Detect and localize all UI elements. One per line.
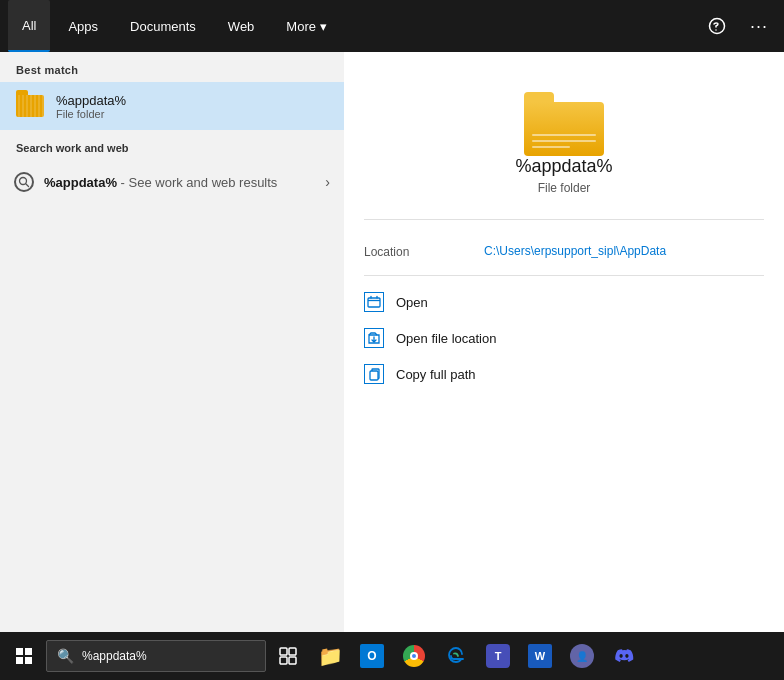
- action-open[interactable]: Open: [364, 284, 764, 320]
- svg-rect-13: [289, 657, 296, 664]
- action-copy-full-path-label: Copy full path: [396, 367, 476, 382]
- file-explorer-button[interactable]: 📁: [310, 636, 350, 676]
- app-name: %appdata%: [515, 156, 612, 177]
- best-match-item[interactable]: %appdata% File folder: [0, 82, 344, 130]
- edge-button[interactable]: [436, 636, 476, 676]
- open-icon: [364, 292, 384, 312]
- action-open-file-location-label: Open file location: [396, 331, 496, 346]
- taskbar-search-text: %appdata%: [82, 649, 147, 663]
- location-label: Location: [364, 244, 464, 259]
- tab-more[interactable]: More ▾: [272, 0, 341, 52]
- copy-icon: [364, 364, 384, 384]
- tab-web-label: Web: [228, 19, 255, 34]
- app-icon-large: [524, 92, 604, 156]
- tab-apps-label: Apps: [68, 19, 98, 34]
- content-area: Best match %appdata% File folder Search …: [0, 52, 784, 632]
- best-match-label: Best match: [0, 52, 344, 82]
- feedback-button[interactable]: [700, 13, 734, 39]
- task-view-button[interactable]: [268, 636, 308, 676]
- svg-rect-8: [16, 657, 23, 664]
- outlook-button[interactable]: O: [352, 636, 392, 676]
- svg-rect-12: [280, 657, 287, 664]
- best-match-title: %appdata%: [56, 93, 330, 108]
- action-open-label: Open: [396, 295, 428, 310]
- folder-icon-small: [14, 90, 46, 122]
- action-divider-1: [364, 275, 764, 276]
- avatar-icon: 👤: [570, 644, 594, 668]
- start-button[interactable]: [4, 636, 44, 676]
- discord-button[interactable]: [604, 636, 644, 676]
- search-web-query: %appdata% - See work and web results: [44, 175, 277, 190]
- search-web-text-container: %appdata% - See work and web results: [44, 173, 315, 191]
- chrome-icon: [403, 645, 425, 667]
- nav-right-icons: ···: [700, 12, 776, 41]
- svg-rect-9: [25, 657, 32, 664]
- word-icon: W: [528, 644, 552, 668]
- svg-rect-4: [368, 298, 380, 307]
- tab-all[interactable]: All: [8, 0, 50, 52]
- svg-rect-6: [16, 648, 23, 655]
- svg-rect-7: [25, 648, 32, 655]
- search-work-web-label: Search work and web: [16, 142, 328, 154]
- teams-icon: T: [486, 644, 510, 668]
- svg-line-3: [26, 184, 29, 187]
- search-web-item[interactable]: %appdata% - See work and web results ›: [0, 164, 344, 200]
- taskbar: 🔍 %appdata% 📁 O T W: [0, 632, 784, 680]
- app-type: File folder: [538, 181, 591, 195]
- best-match-subtitle: File folder: [56, 108, 330, 120]
- taskbar-search-box[interactable]: 🔍 %appdata%: [46, 640, 266, 672]
- location-row: Location C:\Users\erpsupport_sipl\AppDat…: [364, 236, 764, 267]
- open-file-location-icon: [364, 328, 384, 348]
- left-panel: Best match %appdata% File folder Search …: [0, 52, 344, 632]
- best-match-text: %appdata% File folder: [56, 93, 330, 120]
- action-open-file-location[interactable]: Open file location: [364, 320, 764, 356]
- action-copy-full-path[interactable]: Copy full path: [364, 356, 764, 392]
- nav-bar: All Apps Documents Web More ▾ ···: [0, 0, 784, 52]
- right-panel: %appdata% File folder Location C:\Users\…: [344, 52, 784, 632]
- search-work-web-section: Search work and web: [0, 130, 344, 164]
- teams-button[interactable]: T: [478, 636, 518, 676]
- chrome-button[interactable]: [394, 636, 434, 676]
- search-circle-icon: [14, 172, 34, 192]
- user-avatar-button[interactable]: 👤: [562, 636, 602, 676]
- svg-rect-11: [289, 648, 296, 655]
- outlook-icon: O: [360, 644, 384, 668]
- more-options-button[interactable]: ···: [742, 12, 776, 41]
- tab-web[interactable]: Web: [214, 0, 269, 52]
- folder-icon: 📁: [318, 644, 343, 668]
- info-divider: [364, 219, 764, 220]
- location-value[interactable]: C:\Users\erpsupport_sipl\AppData: [484, 244, 666, 258]
- svg-rect-5: [370, 371, 378, 380]
- tab-all-label: All: [22, 18, 36, 33]
- tab-more-label: More: [286, 19, 316, 34]
- arrow-right-icon: ›: [325, 174, 330, 190]
- more-chevron-icon: ▾: [320, 19, 327, 34]
- tab-apps[interactable]: Apps: [54, 0, 112, 52]
- tab-documents[interactable]: Documents: [116, 0, 210, 52]
- svg-point-1: [715, 29, 717, 31]
- taskbar-search-icon: 🔍: [57, 648, 74, 664]
- tab-documents-label: Documents: [130, 19, 196, 34]
- svg-rect-10: [280, 648, 287, 655]
- word-button[interactable]: W: [520, 636, 560, 676]
